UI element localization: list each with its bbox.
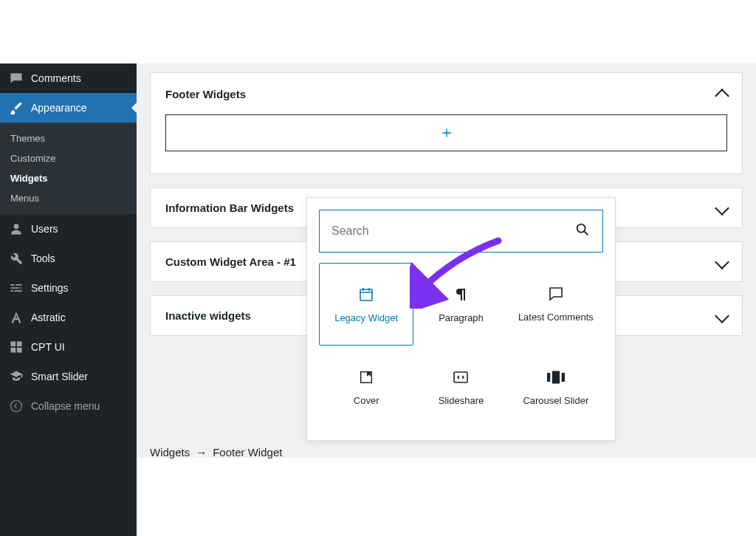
- chevron-down-icon: [715, 255, 729, 269]
- svg-rect-11: [547, 373, 550, 382]
- search-input[interactable]: [331, 224, 574, 238]
- search-icon[interactable]: [574, 221, 591, 241]
- comment-outline-icon: [547, 285, 565, 303]
- panel-body: [151, 114, 742, 173]
- panel-title: Custom Widget Area - #1: [165, 255, 296, 268]
- chevron-down-icon: [715, 201, 729, 216]
- plus-icon: [439, 126, 454, 140]
- admin-sidebar: Comments Appearance Themes Customize Wid…: [0, 63, 137, 536]
- sidebar-item-collapse[interactable]: Collapse menu: [0, 391, 137, 421]
- svg-rect-4: [17, 348, 22, 353]
- panel-title: Inactive widgets: [165, 309, 251, 322]
- letter-a-icon: [9, 310, 24, 325]
- breadcrumb-root[interactable]: Widgets: [150, 446, 190, 458]
- wrench-icon: [9, 251, 24, 266]
- breadcrumb: Widgets → Footer Widget: [150, 443, 743, 461]
- svg-point-5: [11, 401, 22, 412]
- sidebar-item-label: Smart Slider: [31, 371, 88, 382]
- sidebar-item-label: Settings: [31, 282, 69, 294]
- panel-footer-widgets: Footer Widgets: [150, 72, 743, 174]
- sliders-icon: [9, 281, 24, 295]
- block-label: Paragraph: [439, 312, 484, 323]
- block-carousel-slider[interactable]: Carousel Slider: [509, 346, 603, 428]
- add-block-button[interactable]: [165, 114, 727, 151]
- sidebar-item-users[interactable]: Users: [0, 214, 137, 244]
- submenu-item-menus[interactable]: Menus: [0, 188, 137, 208]
- block-legacy-widget[interactable]: Legacy Widget: [319, 263, 413, 346]
- submenu-item-widgets[interactable]: Widgets: [0, 168, 137, 188]
- svg-rect-3: [11, 348, 16, 353]
- brush-icon: [9, 100, 24, 115]
- breadcrumb-child[interactable]: Footer Widget: [213, 446, 282, 458]
- submenu-item-themes[interactable]: Themes: [0, 128, 137, 148]
- sidebar-item-label: CPT UI: [31, 341, 65, 353]
- appearance-submenu: Themes Customize Widgets Menus: [0, 123, 137, 214]
- sidebar-item-astratic[interactable]: Astratic: [0, 303, 137, 332]
- sidebar-item-smartslider[interactable]: Smart Slider: [0, 362, 137, 391]
- search-field-wrapper: [319, 210, 603, 252]
- sidebar-item-label: Collapse menu: [31, 400, 100, 412]
- svg-rect-10: [552, 371, 560, 383]
- svg-rect-1: [11, 342, 16, 347]
- svg-point-6: [577, 224, 585, 233]
- svg-point-0: [14, 224, 19, 229]
- sidebar-item-cptui[interactable]: CPT UI: [0, 332, 137, 362]
- sidebar-item-appearance[interactable]: Appearance: [0, 93, 137, 123]
- block-paragraph[interactable]: Paragraph: [413, 263, 508, 346]
- grid-icon: [9, 340, 24, 354]
- block-cover[interactable]: Cover: [319, 346, 413, 428]
- block-label: Slideshare: [439, 395, 484, 406]
- cap-icon: [9, 369, 24, 384]
- sidebar-item-label: Astratic: [31, 312, 66, 323]
- sidebar-item-tools[interactable]: Tools: [0, 244, 137, 273]
- block-label: Latest Comments: [518, 312, 594, 323]
- panel-title: Footer Widgets: [165, 88, 246, 100]
- blocks-grid: Legacy Widget Paragraph Latest Comments …: [319, 263, 603, 428]
- block-slideshare[interactable]: Slideshare: [413, 346, 508, 428]
- user-icon: [9, 221, 24, 236]
- submenu-item-customize[interactable]: Customize: [0, 148, 137, 168]
- sidebar-item-label: Users: [31, 223, 58, 235]
- svg-rect-12: [562, 373, 565, 382]
- sidebar-item-label: Tools: [31, 252, 55, 264]
- sidebar-item-label: Comments: [31, 72, 81, 84]
- code-box-icon: [452, 368, 470, 386]
- carousel-icon: [547, 368, 565, 386]
- svg-rect-7: [360, 289, 372, 300]
- arrow-right-icon: →: [196, 446, 207, 458]
- comment-icon: [9, 71, 24, 86]
- panel-header[interactable]: Footer Widgets: [151, 73, 742, 114]
- sidebar-item-comments[interactable]: Comments: [0, 63, 137, 93]
- block-label: Legacy Widget: [334, 312, 398, 323]
- svg-rect-2: [17, 342, 22, 347]
- block-label: Cover: [354, 395, 379, 406]
- chevron-up-icon: [715, 89, 729, 103]
- sidebar-item-settings[interactable]: Settings: [0, 273, 137, 303]
- svg-rect-9: [454, 372, 467, 382]
- panel-title: Information Bar Widgets: [165, 202, 294, 214]
- pilcrow-icon: [452, 286, 470, 303]
- calendar-icon: [357, 286, 375, 303]
- chevron-down-icon: [715, 309, 729, 323]
- cover-icon: [357, 368, 375, 386]
- block-label: Carousel Slider: [523, 395, 588, 406]
- block-latest-comments[interactable]: Latest Comments: [509, 263, 603, 346]
- collapse-icon: [9, 399, 24, 413]
- sidebar-item-label: Appearance: [31, 102, 87, 114]
- block-inserter-popover: Legacy Widget Paragraph Latest Comments …: [306, 197, 616, 441]
